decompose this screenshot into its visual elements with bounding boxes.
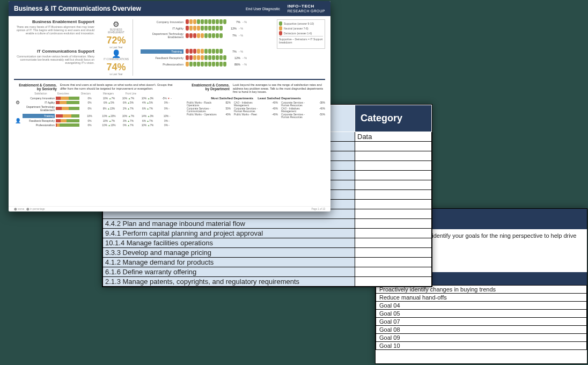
page-number: Page 1 of 13 bbox=[311, 208, 325, 210]
legend: Supportive (answer 9-10)Neutral (answer … bbox=[277, 19, 325, 49]
process-header-right: Category bbox=[355, 105, 432, 132]
goal-item: Reduce manual hand-offs bbox=[376, 294, 587, 302]
department-desc: Look beyond the averages to see the rang… bbox=[233, 83, 325, 94]
legend-note: ⬤ worse ⬤ in percentage bbox=[14, 208, 45, 210]
department-section: Enablement & Comms. by Department Look b… bbox=[187, 83, 325, 129]
seniority-section: Enablement & Comms. by Seniority Ensure … bbox=[14, 83, 176, 129]
report-card: Business & IT Communications Overview En… bbox=[9, 1, 330, 211]
brand-logo: INFO~TECHRESEARCH GROUP bbox=[288, 4, 325, 13]
table-row: 6.1.6 Define warranty offering bbox=[103, 267, 432, 277]
goal-item: Goal 10 bbox=[376, 342, 587, 350]
table-row: 4.1.2 Manage demand for products bbox=[103, 258, 432, 267]
report-subtitle: End User Diagnostic bbox=[246, 7, 280, 11]
table-row: 3.3.3 Develop and manage pricing bbox=[103, 248, 432, 258]
goal-item: Goal 09 bbox=[376, 334, 587, 342]
goals-list: Proactively identify changes in buying t… bbox=[376, 285, 587, 350]
table-row: 10.1.4 Manage facilities operations bbox=[103, 238, 432, 248]
report-title: Business & IT Communications Overview bbox=[14, 5, 141, 12]
seniority-title: Enablement & Comms. by Seniority bbox=[14, 83, 57, 91]
goal-item: Goal 04 bbox=[376, 302, 587, 310]
table-row: 4.4.2 Plan and manage inbound material f… bbox=[103, 219, 432, 229]
table-row: 2.1.3 Manage patents, copyrights, and re… bbox=[103, 277, 432, 287]
goal-item: Goal 07 bbox=[376, 318, 587, 326]
goal-item: Goal 08 bbox=[376, 326, 587, 334]
table-row: 9.4.1 Perform capital planning and proje… bbox=[103, 229, 432, 238]
report-header: Business & IT Communications Overview En… bbox=[9, 1, 330, 16]
seniority-desc: Ensure that end users at all levels agre… bbox=[60, 83, 176, 91]
goal-item: Goal 05 bbox=[376, 310, 587, 318]
department-title: Enablement & Comms. by Department bbox=[187, 83, 230, 94]
report-footer: ⬤ worse ⬤ in percentage Page 1 of 13 bbox=[9, 206, 330, 211]
